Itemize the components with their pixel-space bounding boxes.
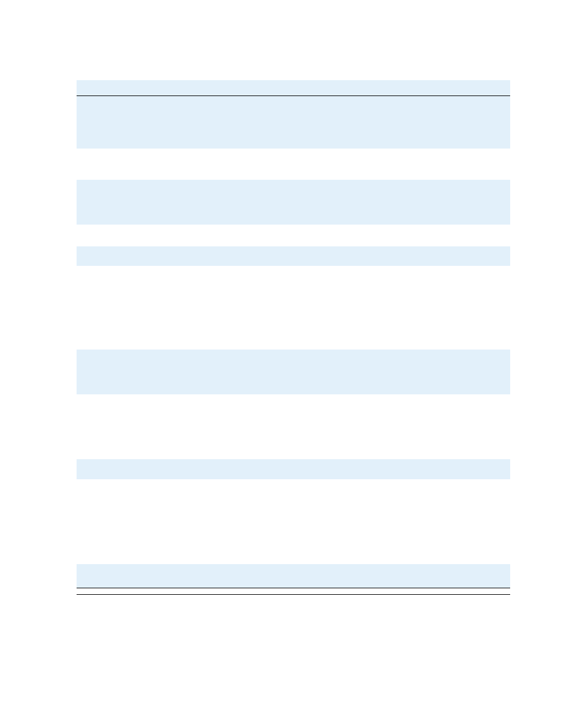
band-1 [77, 80, 510, 95]
band-5b-white [77, 394, 510, 459]
band-7 [77, 564, 510, 588]
band-2 [77, 96, 510, 149]
band-6b-white [77, 479, 510, 564]
spacer-2 [77, 225, 510, 246]
band-5 [77, 350, 510, 394]
content-column [77, 80, 510, 595]
page [0, 0, 562, 728]
spacer-1 [77, 149, 510, 180]
band-3 [77, 180, 510, 225]
band-4b-white [77, 266, 510, 350]
rule-3 [77, 594, 510, 595]
spacer-3 [77, 588, 510, 594]
band-6 [77, 459, 510, 479]
band-4 [77, 246, 510, 266]
